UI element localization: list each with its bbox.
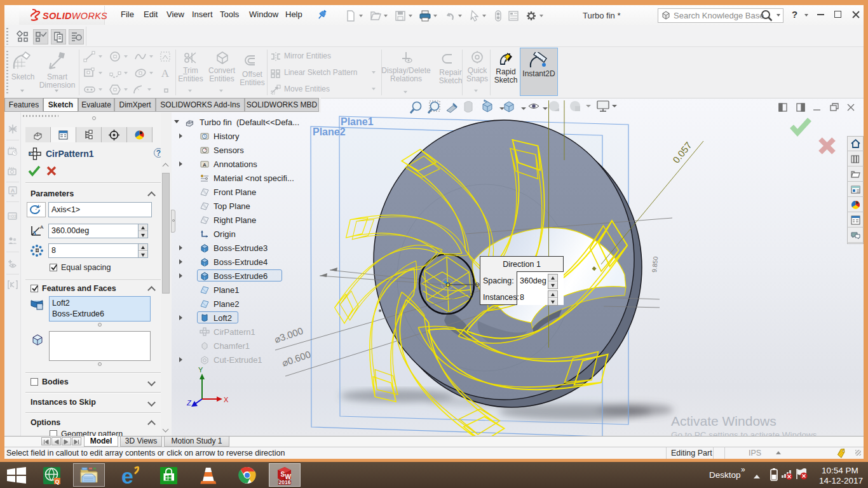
svg-text:Plane2: Plane2 bbox=[313, 126, 346, 137]
svg-text:S: S bbox=[281, 471, 285, 478]
svg-text:2016: 2016 bbox=[279, 479, 291, 485]
svg-text:X: X bbox=[224, 396, 229, 403]
svg-text:Q: Q bbox=[55, 478, 60, 485]
svg-text:A: A bbox=[203, 162, 207, 168]
svg-text:Z: Z bbox=[186, 399, 192, 407]
svg-text:Plane1: Plane1 bbox=[341, 116, 374, 127]
svg-text:A: A bbox=[161, 67, 170, 79]
svg-text:9.850: 9.850 bbox=[651, 256, 659, 273]
svg-text:e: e bbox=[121, 466, 133, 485]
svg-text:A: A bbox=[40, 224, 44, 230]
svg-text:A: A bbox=[11, 187, 15, 194]
svg-text:Y: Y bbox=[198, 366, 203, 374]
svg-text:SOLIDWORKS: SOLIDWORKS bbox=[43, 11, 107, 21]
svg-text:=03: =03 bbox=[8, 214, 17, 219]
svg-text:Activate Windows: Activate Windows bbox=[671, 414, 776, 428]
